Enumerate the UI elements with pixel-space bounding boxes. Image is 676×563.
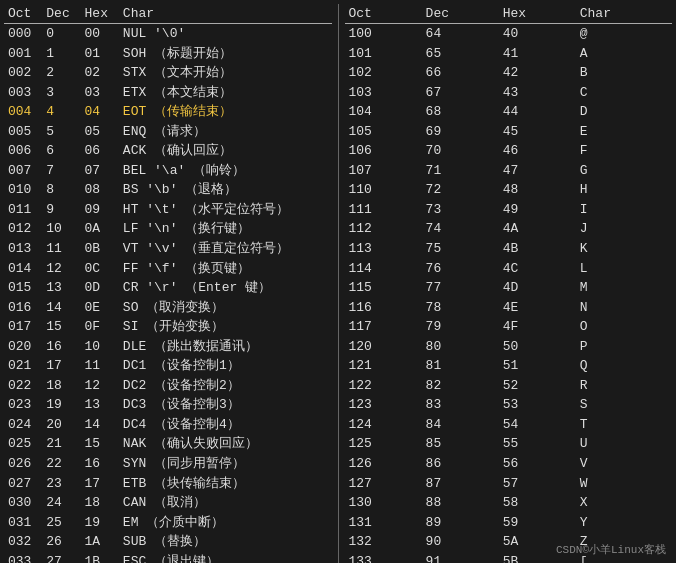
cell-char: U [576,434,672,454]
cell-hex: 06 [81,141,119,161]
left-col-dec: Dec [42,4,80,24]
cell-hex: 10 [81,337,119,357]
left-col-hex: Hex [81,4,119,24]
cell-hex: 1B [81,552,119,563]
table-row: 122 82 52 R [345,376,673,396]
cell-char: SO （取消变换） [119,298,332,318]
table-row: 103 67 43 C [345,83,673,103]
cell-dec: 24 [42,493,80,513]
cell-dec: 8 [42,180,80,200]
cell-dec: 13 [42,278,80,298]
left-col-oct: Oct [4,4,42,24]
cell-char: D [576,102,672,122]
cell-oct: 006 [4,141,42,161]
cell-char: FF '\f' （换页键） [119,259,332,279]
table-row: 116 78 4E N [345,298,673,318]
cell-char: F [576,141,672,161]
cell-oct: 005 [4,122,42,142]
cell-char: V [576,454,672,474]
cell-hex: 48 [499,180,576,200]
cell-hex: 04 [81,102,119,122]
cell-oct: 022 [4,376,42,396]
cell-dec: 91 [422,552,499,563]
cell-oct: 131 [345,513,422,533]
table-row: 013 11 0B VT '\v' （垂直定位符号） [4,239,332,259]
cell-dec: 73 [422,200,499,220]
cell-oct: 010 [4,180,42,200]
table-row: 120 80 50 P [345,337,673,357]
cell-dec: 19 [42,395,80,415]
cell-hex: 19 [81,513,119,533]
cell-char: H [576,180,672,200]
cell-hex: 01 [81,44,119,64]
cell-dec: 9 [42,200,80,220]
cell-oct: 114 [345,259,422,279]
cell-dec: 67 [422,83,499,103]
cell-char: BS '\b' （退格） [119,180,332,200]
cell-hex: 50 [499,337,576,357]
cell-char: DC2 （设备控制2） [119,376,332,396]
cell-dec: 84 [422,415,499,435]
cell-dec: 74 [422,219,499,239]
cell-char: Y [576,513,672,533]
cell-oct: 130 [345,493,422,513]
table-row: 002 2 02 STX （文本开始） [4,63,332,83]
cell-dec: 80 [422,337,499,357]
cell-char: ENQ （请求） [119,122,332,142]
cell-char: ESC （退出键） [119,552,332,563]
table-row: 031 25 19 EM （介质中断） [4,513,332,533]
cell-oct: 026 [4,454,42,474]
cell-dec: 12 [42,259,80,279]
cell-dec: 18 [42,376,80,396]
cell-dec: 3 [42,83,80,103]
cell-oct: 000 [4,24,42,44]
cell-oct: 117 [345,317,422,337]
cell-oct: 013 [4,239,42,259]
cell-oct: 125 [345,434,422,454]
table-row: 026 22 16 SYN （同步用暂停） [4,454,332,474]
table-row: 101 65 41 A [345,44,673,64]
cell-dec: 23 [42,474,80,494]
cell-dec: 22 [42,454,80,474]
cell-dec: 88 [422,493,499,513]
cell-oct: 110 [345,180,422,200]
cell-hex: 12 [81,376,119,396]
table-row: 010 8 08 BS '\b' （退格） [4,180,332,200]
cell-oct: 124 [345,415,422,435]
cell-char: G [576,161,672,181]
cell-oct: 004 [4,102,42,122]
cell-char: DC3 （设备控制3） [119,395,332,415]
cell-hex: 53 [499,395,576,415]
cell-char: L [576,259,672,279]
table-row: 003 3 03 ETX （本文结束） [4,83,332,103]
cell-dec: 82 [422,376,499,396]
cell-char: S [576,395,672,415]
cell-hex: 45 [499,122,576,142]
cell-dec: 1 [42,44,80,64]
right-col-char: Char [576,4,672,24]
table-row: 033 27 1B ESC （退出键） [4,552,332,563]
cell-char: W [576,474,672,494]
cell-hex: 54 [499,415,576,435]
left-table: Oct Dec Hex Char 000 0 00 NUL '\0' 001 1… [0,4,336,563]
cell-dec: 71 [422,161,499,181]
cell-hex: 40 [499,24,576,44]
cell-hex: 57 [499,474,576,494]
cell-oct: 100 [345,24,422,44]
table-row: 121 81 51 Q [345,356,673,376]
cell-dec: 69 [422,122,499,142]
cell-hex: 02 [81,63,119,83]
cell-char: K [576,239,672,259]
cell-dec: 77 [422,278,499,298]
cell-hex: 4B [499,239,576,259]
cell-hex: 4D [499,278,576,298]
cell-oct: 107 [345,161,422,181]
cell-char: C [576,83,672,103]
cell-char: P [576,337,672,357]
cell-hex: 0D [81,278,119,298]
table-row: 131 89 59 Y [345,513,673,533]
cell-char: NAK （确认失败回应） [119,434,332,454]
cell-oct: 126 [345,454,422,474]
cell-oct: 027 [4,474,42,494]
cell-oct: 003 [4,83,42,103]
